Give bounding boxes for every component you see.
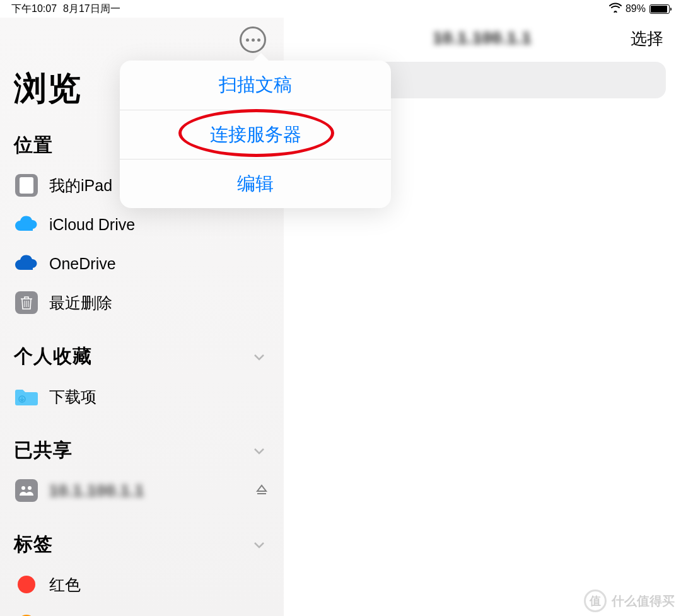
watermark-text: 什么值得买 xyxy=(612,593,675,610)
eject-icon[interactable] xyxy=(255,482,269,499)
toolbar-title: 10.1.100.1.1 xyxy=(433,28,532,48)
location-onedrive[interactable]: OneDrive xyxy=(0,244,284,283)
location-label: iCloud Drive xyxy=(49,216,135,234)
chevron-down-icon xyxy=(252,538,266,552)
tag-label: 橙色 xyxy=(49,613,81,617)
folder-icon xyxy=(14,384,39,409)
chevron-down-icon xyxy=(252,350,266,364)
tag-red[interactable]: 红色 xyxy=(0,565,284,604)
battery-icon xyxy=(649,4,670,14)
tag-orange[interactable]: 橙色 xyxy=(0,604,284,616)
favorite-downloads[interactable]: 下载项 xyxy=(0,377,284,416)
tags-header[interactable]: 标签 xyxy=(0,524,284,565)
status-time: 下午10:07 xyxy=(11,3,57,16)
more-button[interactable] xyxy=(240,26,266,53)
icloud-icon xyxy=(14,212,39,237)
location-label: 最近删除 xyxy=(49,293,112,313)
wifi-icon xyxy=(609,3,622,15)
locations-title: 位置 xyxy=(14,132,53,158)
watermark-badge: 值 xyxy=(584,590,607,612)
shared-header[interactable]: 已共享 xyxy=(0,430,284,471)
popover-connect-server[interactable]: 连接服务器 xyxy=(120,110,391,159)
favorite-label: 下载项 xyxy=(49,386,96,407)
location-label: OneDrive xyxy=(49,255,116,273)
onedrive-icon xyxy=(14,251,39,276)
svg-point-4 xyxy=(21,486,25,490)
more-popover: 扫描文稿 连接服务器 编辑 xyxy=(120,61,391,208)
select-button[interactable]: 选择 xyxy=(631,28,663,50)
trash-icon xyxy=(14,290,39,315)
favorites-header[interactable]: 个人收藏 xyxy=(0,336,284,377)
svg-point-5 xyxy=(28,486,32,490)
popover-edit[interactable]: 编辑 xyxy=(120,159,391,208)
tag-dot-icon xyxy=(14,572,39,597)
tags-title: 标签 xyxy=(14,532,53,557)
ipad-icon xyxy=(14,173,39,198)
location-recently-deleted[interactable]: 最近删除 xyxy=(0,283,284,322)
toolbar: 10.1.100.1.1 选择 xyxy=(284,18,681,58)
location-icloud[interactable]: iCloud Drive xyxy=(0,205,284,244)
popover-scan-documents[interactable]: 扫描文稿 xyxy=(120,61,391,110)
tag-dot-icon xyxy=(14,611,39,616)
location-label: 我的iPad xyxy=(49,175,112,196)
status-date: 8月17日周一 xyxy=(63,3,120,16)
people-icon xyxy=(14,478,39,503)
tag-label: 红色 xyxy=(49,574,81,595)
chevron-down-icon xyxy=(252,444,266,458)
watermark: 值 什么值得买 xyxy=(584,590,675,612)
shared-server[interactable]: 10.1.100.1.1 xyxy=(0,471,284,510)
status-bar: 下午10:07 8月17日周一 89% xyxy=(0,0,681,18)
shared-label: 10.1.100.1.1 xyxy=(49,482,144,500)
favorites-title: 个人收藏 xyxy=(14,344,92,369)
battery-percent: 89% xyxy=(626,3,646,15)
shared-title: 已共享 xyxy=(14,438,73,463)
